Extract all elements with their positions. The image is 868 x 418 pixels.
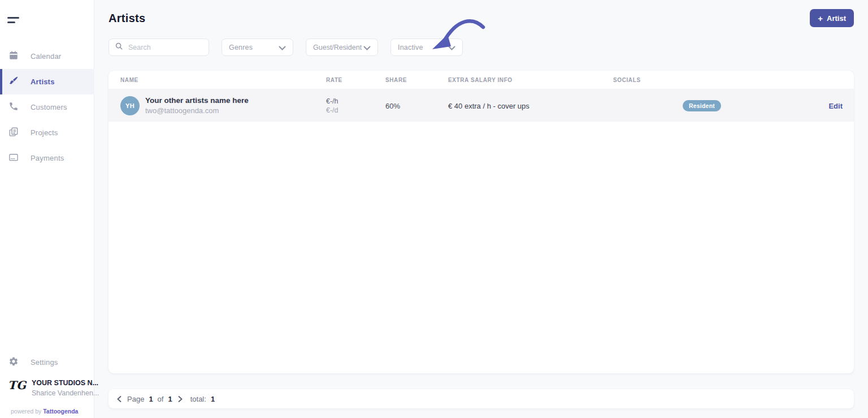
sidebar-item-label: Payments [31, 154, 64, 162]
paintbrush-icon [8, 76, 19, 88]
sidebar-item-artists[interactable]: Artists [0, 69, 94, 94]
sidebar-item-settings[interactable]: Settings [0, 350, 94, 375]
table-header-row: Name Rate Share Extra salary info Social… [108, 71, 854, 89]
artists-table-card: Name Rate Share Extra salary info Social… [108, 71, 854, 373]
documents-icon [8, 127, 19, 139]
sidebar-item-label: Customers [31, 103, 67, 111]
chevron-down-icon [279, 42, 286, 53]
sidebar: Calendar Artists Customers Projects Paym [0, 0, 94, 418]
column-header-name: Name [108, 77, 326, 83]
inactive-dropdown[interactable]: Inactive [390, 38, 463, 56]
chevron-down-icon [448, 42, 455, 53]
artist-name: Your other artists name here [145, 96, 249, 105]
page-label: Page [127, 395, 144, 403]
share-value: 60% [385, 102, 400, 110]
extra-salary-info: € 40 extra / h - cover ups [448, 102, 530, 110]
guest-resident-dropdown-label: Guest/Resident [313, 44, 362, 51]
filter-bar: Genres Guest/Resident Inactive [108, 38, 463, 56]
menu-toggle-icon[interactable] [7, 17, 20, 24]
artist-email: two@tattoogenda.com [145, 106, 249, 115]
of-label: of [158, 395, 164, 403]
column-header-extra-salary: Extra salary info [448, 77, 613, 83]
sidebar-item-payments[interactable]: Payments [0, 145, 94, 171]
edit-link[interactable]: Edit [828, 102, 843, 110]
sidebar-item-label: Projects [31, 128, 58, 137]
chevron-down-icon [363, 42, 371, 53]
page-title: Artists [108, 12, 145, 25]
table-row[interactable]: YH Your other artists name here two@tatt… [108, 89, 854, 122]
total-count: 1 [211, 395, 215, 403]
total-label: total: [190, 395, 206, 403]
sidebar-item-label: Settings [31, 358, 58, 367]
sidebar-nav: Calendar Artists Customers Projects Paym [0, 44, 94, 171]
gear-icon [8, 356, 19, 369]
rate-per-day: €-/d [326, 106, 385, 114]
sidebar-item-label: Artists [31, 77, 55, 86]
rate-per-hour: €-/h [326, 97, 385, 105]
studio-name: YOUR STUDIOS N... [32, 379, 99, 387]
pagination-bar: Page 1 of 1 total: 1 [108, 389, 854, 408]
studio-user-name: Sharice Vandenhen... [32, 389, 99, 397]
column-header-rate: Rate [326, 77, 385, 83]
column-header-socials: Socials [613, 77, 683, 83]
credit-card-icon [8, 152, 19, 165]
genres-dropdown[interactable]: Genres [222, 38, 293, 56]
powered-by-brand[interactable]: Tattoogenda [43, 408, 78, 415]
sidebar-item-label: Calendar [31, 52, 61, 61]
current-page: 1 [149, 395, 153, 403]
powered-by: powered by Tattoogenda [11, 408, 78, 415]
studio-account[interactable]: TG YOUR STUDIOS N... Sharice Vandenhen..… [8, 379, 93, 397]
powered-by-prefix: powered by [11, 408, 41, 415]
search-icon [115, 42, 123, 53]
column-header-share: Share [385, 77, 448, 83]
guest-resident-dropdown[interactable]: Guest/Resident [306, 38, 378, 56]
add-artist-button[interactable]: + Artist [810, 9, 854, 27]
search-box [108, 38, 209, 56]
sidebar-item-projects[interactable]: Projects [0, 120, 94, 145]
sidebar-item-calendar[interactable]: Calendar [0, 44, 94, 69]
inactive-dropdown-label: Inactive [398, 44, 423, 51]
genres-dropdown-label: Genres [229, 44, 253, 51]
phone-icon [8, 101, 19, 114]
search-input[interactable] [128, 44, 196, 51]
sidebar-item-customers[interactable]: Customers [0, 94, 94, 120]
avatar: YH [120, 96, 140, 115]
resident-badge: Resident [683, 100, 721, 111]
next-page-icon[interactable] [177, 395, 184, 403]
calendar-icon [8, 50, 19, 63]
add-artist-button-label: Artist [827, 14, 846, 23]
total-pages: 1 [168, 395, 172, 403]
sidebar-settings: Settings [0, 350, 94, 375]
previous-page-icon[interactable] [116, 395, 123, 403]
tattoogenda-logo-icon: TG [8, 379, 26, 391]
plus-icon: + [818, 14, 823, 23]
